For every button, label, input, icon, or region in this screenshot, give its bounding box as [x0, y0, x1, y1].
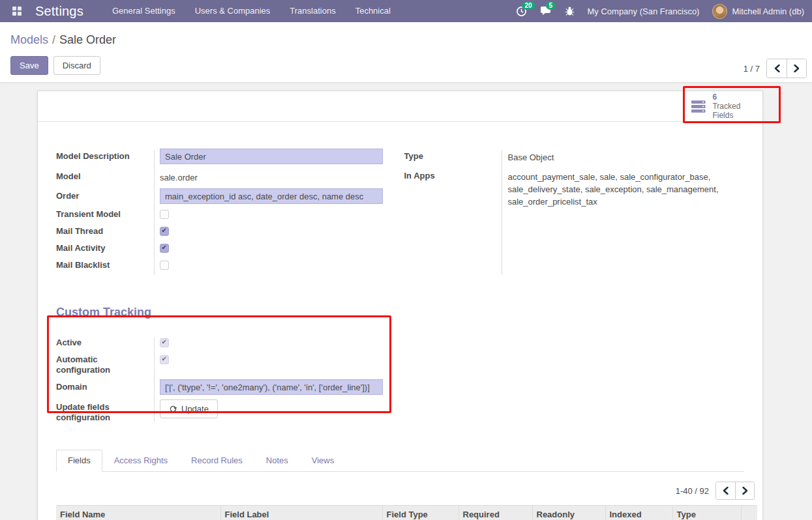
column-header-required[interactable]: Required	[459, 506, 532, 520]
active-label: Active	[56, 337, 154, 348]
tab-record-rules[interactable]: Record Rules	[179, 450, 254, 471]
custom-tracking-group: Active Automatic configuration Domain Up…	[56, 337, 402, 423]
update-button-label: Update	[181, 404, 209, 414]
fields-table: Field Name Field Label Field Type Requir…	[56, 505, 757, 520]
active-checkbox[interactable]	[160, 338, 169, 347]
pager-previous-button[interactable]	[767, 59, 787, 78]
record-pager-text: 1 / 7	[744, 64, 760, 74]
column-header-type[interactable]: Type	[672, 506, 741, 520]
activity-count-badge: 20	[522, 1, 535, 10]
refresh-icon	[169, 405, 177, 413]
tracked-fields-icon	[691, 100, 706, 113]
menu-users-companies[interactable]: Users & Companies	[195, 0, 271, 22]
notebook-tabs: Fields Access Rights Record Rules Notes …	[56, 450, 744, 472]
transient-model-label: Transient Model	[56, 209, 154, 220]
mail-activity-checkbox[interactable]	[160, 244, 169, 253]
discard-button[interactable]: Discard	[53, 56, 100, 75]
tracked-fields-count: 6	[712, 93, 762, 102]
breadcrumb-models-link[interactable]: Models	[10, 33, 48, 46]
list-pager-next-button[interactable]	[735, 482, 754, 499]
pager-next-button[interactable]	[787, 59, 806, 78]
user-name: Mitchell Admin (db)	[732, 7, 804, 16]
mail-blacklist-label: Mail Blacklist	[56, 259, 154, 270]
automatic-configuration-label: Automatic configuration	[56, 354, 154, 375]
messages-icon[interactable]: 5	[540, 6, 552, 16]
tab-notes[interactable]: Notes	[254, 450, 300, 471]
message-count-badge: 5	[546, 1, 556, 10]
custom-tracking-title: Custom Tracking	[56, 306, 762, 319]
domain-input[interactable]	[160, 379, 383, 395]
activity-icon[interactable]: 20	[516, 6, 527, 17]
form-group-left: Model Description Model sale.order Order…	[56, 149, 400, 276]
order-input[interactable]	[160, 188, 383, 204]
company-switcher[interactable]: My Company (San Francisco)	[588, 7, 700, 16]
control-panel: Models/Sale Order Save Discard 1 / 7	[0, 22, 812, 83]
type-label: Type	[404, 149, 502, 162]
order-label: Order	[56, 188, 154, 201]
in-apps-value: account_payment_sale, sale, sale_configu…	[502, 168, 744, 208]
menu-general-settings[interactable]: General Settings	[112, 0, 175, 22]
breadcrumb-current: Sale Order	[59, 33, 116, 46]
tab-fields[interactable]: Fields	[56, 450, 102, 472]
domain-label: Domain	[56, 379, 154, 392]
tracked-fields-label: Tracked Fields	[712, 102, 762, 120]
column-header-field-label[interactable]: Field Label	[220, 506, 382, 520]
tab-access-rights[interactable]: Access Rights	[102, 450, 179, 471]
update-fields-configuration-label: Update fields configuration	[56, 399, 154, 423]
top-navbar: Settings General Settings Users & Compan…	[0, 0, 812, 22]
update-button[interactable]: Update	[160, 399, 218, 418]
form-group-right: Type Base Object In Apps account_payment…	[404, 149, 744, 276]
menu-technical[interactable]: Technical	[355, 0, 391, 22]
nav-menu: General Settings Users & Companies Trans…	[112, 0, 391, 22]
bug-icon[interactable]	[565, 6, 575, 16]
breadcrumb-separator: /	[52, 33, 55, 46]
column-header-field-name[interactable]: Field Name	[56, 506, 220, 520]
model-label: Model	[56, 169, 154, 182]
mail-thread-label: Mail Thread	[56, 225, 154, 237]
list-pager-previous-button[interactable]	[716, 482, 735, 499]
mail-activity-label: Mail Activity	[56, 242, 154, 253]
transient-model-checkbox[interactable]	[160, 210, 169, 219]
list-pager-text: 1-40 / 92	[676, 486, 709, 496]
tracked-fields-stat-button[interactable]: 6 Tracked Fields	[684, 91, 762, 121]
column-header-field-type[interactable]: Field Type	[382, 506, 459, 520]
mail-thread-checkbox[interactable]	[160, 227, 169, 236]
menu-translations[interactable]: Translations	[290, 0, 335, 22]
save-button[interactable]: Save	[10, 56, 48, 75]
user-avatar	[712, 4, 727, 19]
model-description-input[interactable]	[160, 149, 383, 164]
in-apps-label: In Apps	[404, 168, 502, 181]
automatic-configuration-checkbox[interactable]	[160, 355, 169, 364]
breadcrumb: Models/Sale Order	[10, 33, 116, 47]
model-value: sale.order	[154, 169, 400, 184]
app-title[interactable]: Settings	[35, 4, 83, 19]
type-value: Base Object	[502, 149, 744, 164]
apps-menu-icon[interactable]	[8, 0, 26, 22]
button-box: 6 Tracked Fields	[38, 91, 762, 122]
column-header-readonly[interactable]: Readonly	[532, 506, 605, 520]
user-menu[interactable]: Mitchell Admin (db)	[712, 4, 804, 19]
tab-views[interactable]: Views	[300, 450, 346, 471]
form-sheet: 6 Tracked Fields Model Description Model…	[37, 91, 763, 520]
mail-blacklist-checkbox[interactable]	[160, 261, 169, 270]
model-description-label: Model Description	[56, 149, 154, 162]
column-header-indexed[interactable]: Indexed	[605, 506, 672, 520]
